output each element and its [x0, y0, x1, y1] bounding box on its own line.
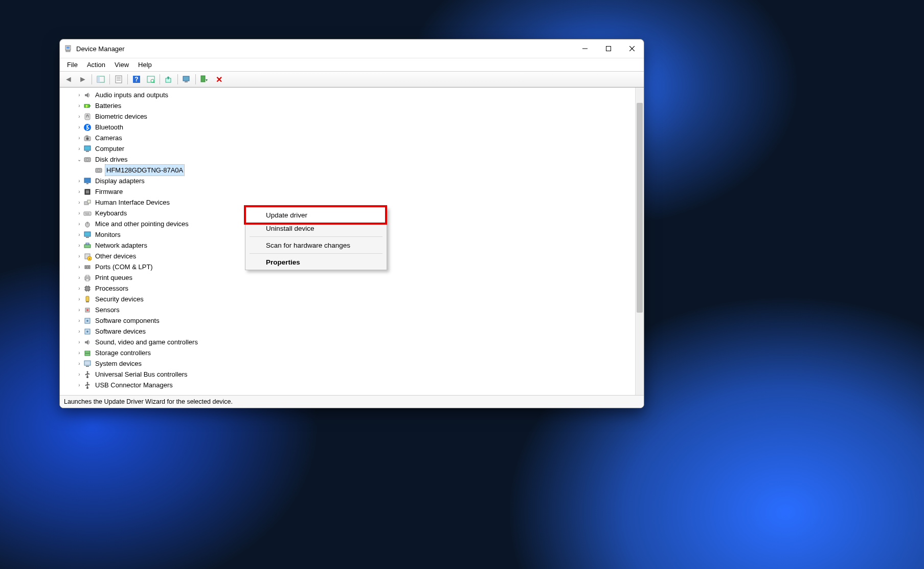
tree-node[interactable]: ›Software components [70, 315, 635, 326]
context-menu-item[interactable]: Scan for hardware changes [246, 238, 386, 252]
chevron-right-icon[interactable]: › [76, 369, 82, 380]
chevron-right-icon[interactable]: › [76, 347, 82, 358]
tree-node[interactable]: ›System devices [70, 358, 635, 369]
chevron-right-icon[interactable]: › [76, 111, 82, 122]
svg-rect-83 [86, 366, 89, 367]
chevron-right-icon[interactable]: › [76, 143, 82, 154]
chevron-down-icon[interactable]: ⌄ [76, 154, 82, 165]
svg-rect-44 [85, 213, 86, 213]
hid-icon [83, 199, 92, 207]
chevron-right-icon[interactable]: › [76, 90, 82, 100]
title-bar[interactable]: Device Manager [60, 39, 644, 58]
chevron-right-icon[interactable]: › [76, 380, 82, 390]
tree-node[interactable]: ›Display adapters [70, 176, 635, 186]
tree-node[interactable]: ›Processors [70, 283, 635, 294]
maximize-button[interactable] [597, 39, 620, 58]
svg-point-33 [87, 159, 88, 160]
chevron-right-icon[interactable]: › [76, 240, 82, 251]
biometric-icon [83, 113, 92, 121]
svg-rect-82 [84, 361, 91, 365]
chevron-right-icon[interactable]: › [76, 261, 82, 272]
monitor-icon [83, 145, 92, 153]
svg-point-90 [85, 384, 86, 385]
menu-file[interactable]: File [63, 60, 82, 70]
chevron-right-icon[interactable]: › [76, 218, 82, 229]
chevron-right-icon[interactable]: › [76, 358, 82, 369]
tree-node[interactable]: ›Computer [70, 143, 635, 154]
chevron-right-icon[interactable]: › [76, 294, 82, 304]
tree-node[interactable]: ›Universal Serial Bus controllers [70, 369, 635, 380]
menu-view[interactable]: View [110, 60, 133, 70]
chevron-right-icon[interactable]: › [76, 283, 82, 294]
tree-node[interactable]: ›Human Interface Devices [70, 197, 635, 208]
tree-node[interactable]: ›Software devices [70, 326, 635, 337]
scan-icon [147, 75, 155, 83]
chevron-right-icon[interactable]: › [76, 229, 82, 240]
svg-rect-63 [85, 287, 89, 291]
scan-button[interactable] [144, 73, 157, 86]
tree-node-label: Processors [94, 283, 129, 294]
tree-node[interactable]: ›Cameras [70, 133, 635, 143]
menu-help[interactable]: Help [134, 60, 156, 70]
tree-node[interactable]: ›Sensors [70, 304, 635, 315]
monitor-enable-icon [183, 75, 191, 83]
show-hide-tree-button[interactable] [94, 73, 107, 86]
chevron-right-icon[interactable]: › [76, 176, 82, 186]
properties-icon [115, 75, 123, 83]
chevron-right-icon[interactable]: › [76, 337, 82, 347]
back-button[interactable]: ◄ [62, 73, 75, 86]
scrollbar-thumb[interactable] [637, 103, 643, 313]
context-menu-item[interactable]: Update driver [246, 208, 386, 222]
enable-device-button[interactable] [180, 73, 193, 86]
tree-node[interactable]: ›Print queues [70, 272, 635, 283]
chevron-right-icon[interactable]: › [76, 122, 82, 133]
svg-rect-52 [84, 245, 91, 248]
tree-node-label: Computer [94, 143, 125, 154]
close-button[interactable] [620, 39, 644, 58]
vertical-scrollbar[interactable] [635, 87, 644, 395]
chevron-right-icon[interactable]: › [76, 251, 82, 261]
properties-button[interactable] [112, 73, 125, 86]
tree-node[interactable]: ›Biometric devices [70, 111, 635, 122]
chevron-right-icon[interactable]: › [76, 272, 82, 283]
chevron-right-icon[interactable]: › [76, 100, 82, 111]
svg-rect-81 [85, 354, 90, 356]
svg-rect-20 [185, 81, 188, 82]
chevron-right-icon[interactable]: › [76, 315, 82, 326]
tree-node[interactable]: ›Bluetooth [70, 122, 635, 133]
forward-button[interactable]: ► [76, 73, 89, 86]
arrow-left-icon: ◄ [64, 75, 73, 84]
disable-device-button[interactable] [198, 73, 211, 86]
help-button[interactable]: ? [130, 73, 143, 86]
tree-node[interactable]: HFM128GDGTNG-87A0A [70, 165, 635, 176]
chevron-right-icon[interactable]: › [76, 133, 82, 143]
tree-node[interactable]: ⌄Disk drives [70, 154, 635, 165]
chevron-right-icon[interactable]: › [76, 326, 82, 337]
tree-node[interactable]: ›Batteries [70, 100, 635, 111]
update-driver-button[interactable] [162, 73, 175, 86]
tree-node[interactable]: ›Firmware [70, 186, 635, 197]
chevron-right-icon[interactable]: › [76, 186, 82, 197]
tree-node[interactable]: ›USB Connector Managers [70, 380, 635, 390]
speaker-icon [83, 338, 92, 346]
chevron-right-icon[interactable]: › [76, 304, 82, 315]
sensor-icon [83, 306, 92, 314]
chevron-right-icon[interactable]: › [76, 208, 82, 218]
window-title: Device Manager [76, 45, 125, 53]
menu-action[interactable]: Action [83, 60, 109, 70]
tree-node-label: Display adapters [94, 176, 146, 186]
tree-node[interactable]: ›Storage controllers [70, 347, 635, 358]
svg-rect-51 [86, 237, 89, 238]
context-menu-item[interactable]: Uninstall device [246, 222, 386, 235]
svg-rect-53 [86, 243, 89, 245]
svg-rect-40 [86, 190, 89, 193]
tree-node[interactable]: ›Sound, video and game controllers [70, 337, 635, 347]
uninstall-device-button[interactable]: ✕ [212, 73, 226, 86]
minimize-button[interactable] [573, 39, 597, 58]
context-menu-item[interactable]: Properties [246, 255, 386, 269]
tree-node-label: Security devices [94, 294, 145, 304]
tree-node[interactable]: ›Security devices [70, 294, 635, 304]
tree-node[interactable]: ›Audio inputs and outputs [70, 90, 635, 100]
tree-node-label: Storage controllers [94, 347, 152, 358]
chevron-right-icon[interactable]: › [76, 197, 82, 208]
